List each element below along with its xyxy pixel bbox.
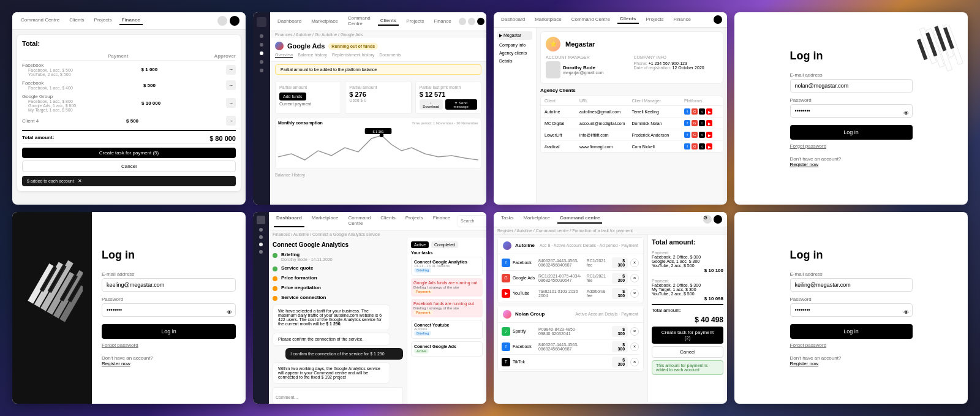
delete-sp-btn[interactable]: × (630, 327, 639, 336)
toast-close-btn[interactable]: ✕ (78, 178, 82, 184)
card1-header: Command Centre Clients Projects Finance (12, 12, 246, 30)
task-item-2[interactable]: Connect Youtube Autoline Briefing (411, 320, 483, 339)
tab-finance[interactable]: Finance (431, 18, 453, 25)
task-item-3[interactable]: Connect Google Ads Active (411, 341, 483, 357)
forgot-password-link[interactable]: Forgot password (790, 143, 913, 149)
login-btn[interactable]: Log in (790, 125, 913, 140)
tab-clients[interactable]: Clients (67, 17, 86, 25)
toggle-password-icon[interactable]: 👁 (903, 110, 909, 116)
search-icon[interactable] (217, 16, 227, 26)
create-task-btn-7[interactable]: Create task for payment (2) (652, 327, 723, 344)
add-funds-btn[interactable]: Add funds (279, 93, 306, 100)
delete-fb2-btn[interactable]: × (630, 342, 639, 351)
active-tab-btn[interactable]: Active (411, 241, 429, 248)
delete-gg-btn[interactable]: × (630, 274, 639, 282)
tab-dashboard-6[interactable]: Dashboard (274, 215, 304, 227)
login-btn-5[interactable]: Log in (102, 324, 236, 339)
search-btn[interactable] (459, 18, 466, 25)
balance-history-link[interactable]: Balance history (298, 53, 327, 58)
forgot-link-8[interactable]: Forgot password (790, 342, 913, 348)
register-link-8[interactable]: Register now (790, 361, 819, 366)
sidebar-dot-3[interactable] (260, 51, 263, 55)
notif-btn[interactable] (468, 18, 475, 25)
tab-projects[interactable]: Projects (404, 18, 426, 25)
tab-finance-6[interactable]: Finance (431, 215, 453, 227)
create-payment-btn[interactable]: Create task for payment (5) (22, 148, 236, 158)
login-btn-8[interactable]: Log in (790, 324, 913, 339)
platform-action-btn-2[interactable]: → (226, 80, 236, 90)
sidebar-item-6-4[interactable] (259, 250, 263, 254)
delete-tk-btn[interactable]: × (630, 358, 639, 366)
sidebar-logo (257, 17, 266, 27)
cancel-btn-7[interactable]: Cancel (652, 346, 723, 358)
tab-projects[interactable]: Projects (644, 17, 666, 23)
task-row-fb: f Facebook 8406267-4443-4563-08682456840… (502, 255, 639, 271)
tab-clients[interactable]: Clients (617, 16, 639, 24)
client-sidebar-item-company[interactable]: Company info (497, 41, 532, 49)
client-sidebar-item-details[interactable]: Details (497, 57, 532, 65)
tab-command[interactable]: Command Centre (18, 17, 62, 25)
search-input-6[interactable] (458, 215, 486, 227)
comment-input[interactable] (276, 395, 400, 399)
register-link[interactable]: Register now (790, 162, 819, 167)
client-row-1[interactable]: Autoline autolines@gmail.com Terrell Kee… (541, 106, 723, 118)
replenishment-link[interactable]: Replenishment history (332, 53, 374, 58)
tab-clients[interactable]: Clients (378, 18, 399, 26)
tab-command-6[interactable]: Command Centre (345, 215, 373, 227)
settings-icon-7[interactable]: ⚙ (703, 215, 712, 224)
tab-finance[interactable]: Finance (671, 17, 693, 23)
client-row-4[interactable]: #radical www.finmagl.com Cora Bickell f … (541, 141, 723, 153)
tab-projects[interactable]: Projects (92, 17, 115, 25)
sidebar-item-6-active[interactable] (259, 243, 263, 246)
tab-marketplace[interactable]: Marketplace (532, 17, 564, 23)
tab-clients-6[interactable]: Clients (378, 215, 398, 227)
tab-command[interactable]: Command Centre (345, 15, 373, 28)
register-link-5[interactable]: Register now (102, 361, 130, 366)
client-row-3[interactable]: LowerLift info@liftlift.com Frederick An… (541, 129, 723, 141)
completed-tab-btn[interactable]: Completed (431, 241, 458, 248)
documents-link[interactable]: Documents (379, 53, 401, 58)
tab-tasks[interactable]: Tasks (499, 215, 516, 224)
forgot-link-5[interactable]: Forgot password (102, 342, 236, 348)
tab-command[interactable]: Command Centre (569, 17, 612, 23)
platform-action-btn-1[interactable]: → (226, 65, 236, 75)
sidebar-dot-2[interactable] (260, 43, 263, 47)
delete-yt-btn[interactable]: × (630, 289, 639, 298)
sidebar-dot-1[interactable] (260, 34, 263, 38)
client-sidebar-item-agency[interactable]: Agency clients (497, 49, 532, 57)
tab-finance[interactable]: Finance (119, 17, 143, 25)
password-input-5[interactable] (102, 303, 236, 317)
sidebar-item-6-2[interactable] (259, 235, 263, 239)
tab-dashboard[interactable]: Dashboard (499, 17, 527, 23)
overview-link[interactable]: Overview (275, 53, 293, 58)
no-account-8: Don't have an account? Register now (790, 355, 913, 366)
client-row-2[interactable]: MC Digital account@mcdigital.com Dominic… (541, 118, 723, 129)
password-input[interactable] (790, 104, 913, 118)
tab-marketplace[interactable]: Marketplace (309, 18, 341, 25)
sidebar-dot-5[interactable] (260, 69, 263, 72)
email-input-5[interactable] (102, 278, 236, 292)
platform-action-btn-4[interactable]: → (226, 116, 236, 126)
email-input-8[interactable] (790, 278, 913, 292)
delete-fb-btn[interactable]: × (630, 259, 639, 267)
tab-marketplace-7[interactable]: Marketplace (521, 215, 552, 224)
sidebar-item-6-1[interactable] (259, 228, 263, 232)
tab-command-7[interactable]: Command centre (557, 215, 602, 224)
tab-marketplace-6[interactable]: Marketplace (309, 215, 341, 227)
card6-topnav: Dashboard Marketplace Command Centre Cli… (269, 212, 486, 231)
send-message-btn[interactable]: ✦ Send message (445, 99, 477, 110)
toggle-password-icon-5[interactable]: 👁 (227, 309, 232, 316)
tab-dashboard[interactable]: Dashboard (275, 18, 304, 25)
sidebar-dot-4[interactable] (260, 60, 263, 64)
download-btn[interactable]: ↓ Download (420, 99, 443, 110)
tab-projects-6[interactable]: Projects (403, 215, 426, 227)
password-input-8[interactable] (790, 303, 913, 317)
toggle-password-icon-8[interactable]: 👁 (903, 309, 909, 316)
tiktok-icon: t (699, 120, 705, 126)
cancel-btn[interactable]: Cancel (22, 161, 236, 172)
avatar-7 (714, 215, 722, 224)
client-sidebar-item-1[interactable]: ▶ Megastar (497, 31, 532, 40)
email-input[interactable] (790, 79, 913, 93)
task-item-1[interactable]: Connect Google Analytics 14.11 - 14.01 A… (411, 257, 483, 276)
platform-action-btn-3[interactable]: → (226, 98, 236, 108)
